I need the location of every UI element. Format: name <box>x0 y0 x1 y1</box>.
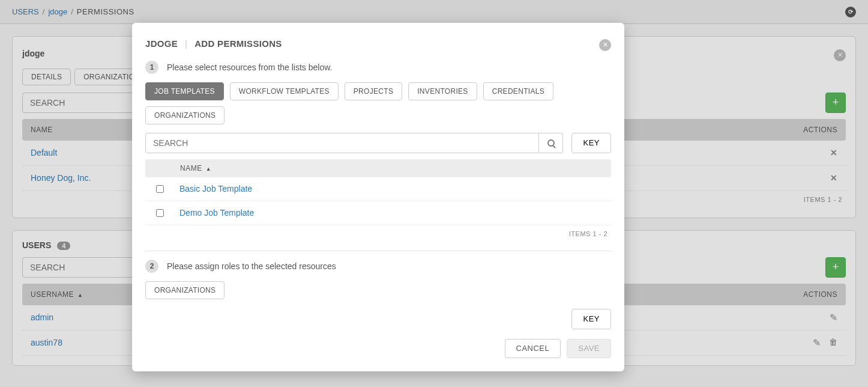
resource-link[interactable]: Basic Job Template <box>179 184 252 194</box>
modal-table-header: NAME▲ <box>145 159 611 177</box>
modal-search-button[interactable] <box>539 133 563 153</box>
resource-type-tabs: JOB TEMPLATES WORKFLOW TEMPLATES PROJECT… <box>145 82 611 124</box>
modal-title: JDOGE | ADD PERMISSIONS <box>145 38 282 49</box>
role-tab-organizations[interactable]: ORGANIZATIONS <box>145 281 225 299</box>
tab-projects[interactable]: PROJECTS <box>345 82 402 100</box>
resource-row: Basic Job Template <box>145 177 611 201</box>
key-button[interactable]: KEY <box>571 133 611 153</box>
key-button-2[interactable]: KEY <box>571 309 611 329</box>
resource-row: Demo Job Template <box>145 201 611 225</box>
items-footer: ITEMS 1 - 2 <box>145 225 611 242</box>
cancel-button[interactable]: CANCEL <box>505 339 561 358</box>
resource-link[interactable]: Demo Job Template <box>179 208 254 218</box>
tab-credentials[interactable]: CREDENTIALS <box>483 82 553 100</box>
search-icon <box>547 139 555 147</box>
save-button[interactable]: SAVE <box>567 339 611 358</box>
tab-job-templates[interactable]: JOB TEMPLATES <box>145 82 224 100</box>
tab-inventories[interactable]: INVENTORIES <box>408 82 477 100</box>
step-1-text: Please select resources from the lists b… <box>167 62 332 72</box>
step-2-text: Please assign roles to the selected reso… <box>167 261 336 271</box>
add-permissions-modal: JDOGE | ADD PERMISSIONS ✕ 1 Please selec… <box>132 23 624 371</box>
modal-search-input[interactable] <box>145 133 539 153</box>
sort-asc-icon: ▲ <box>206 166 211 172</box>
role-tabs: ORGANIZATIONS <box>145 281 611 299</box>
th-name[interactable]: NAME▲ <box>180 164 211 172</box>
close-icon: ✕ <box>599 39 611 51</box>
row-checkbox[interactable] <box>156 209 164 217</box>
modal-close-button[interactable]: ✕ <box>599 36 611 51</box>
tab-workflow-templates[interactable]: WORKFLOW TEMPLATES <box>230 82 339 100</box>
step-1-badge: 1 <box>145 61 158 74</box>
divider <box>145 251 611 251</box>
step-2-badge: 2 <box>145 260 158 273</box>
tab-organizations[interactable]: ORGANIZATIONS <box>145 106 225 124</box>
row-checkbox[interactable] <box>156 185 164 193</box>
